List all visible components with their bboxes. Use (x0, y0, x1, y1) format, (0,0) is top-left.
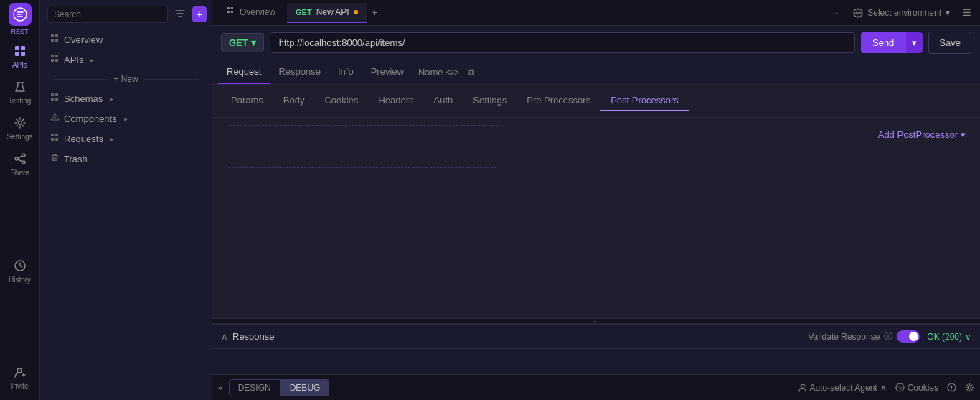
menu-button[interactable]: ☰ (960, 4, 974, 21)
sidebar-item-settings[interactable]: Settings (3, 112, 37, 145)
ok-label: OK (200) (927, 332, 962, 342)
add-button[interactable]: + (192, 6, 207, 22)
sidebar-item-invite-label: Invite (11, 382, 29, 390)
svg-point-10 (17, 368, 22, 373)
tabs-bar: Overview GET New API + ··· Select enviro… (212, 0, 980, 26)
bottom-settings-button[interactable] (965, 383, 974, 392)
auto-agent-control[interactable]: Auto-select Agent ∧ (798, 383, 887, 393)
validate-response-toggle[interactable]: Validate Response ⓘ (808, 330, 920, 343)
param-tab-pre-processors[interactable]: Pre Processors (517, 90, 600, 111)
resize-handle[interactable]: ··· (212, 318, 980, 324)
svg-point-6 (22, 154, 25, 157)
req-tab-response[interactable]: Response (270, 60, 329, 84)
svg-rect-1 (15, 46, 19, 50)
svg-point-5 (18, 121, 22, 125)
param-tab-body[interactable]: Body (273, 90, 315, 111)
new-button-label[interactable]: + New (113, 74, 138, 84)
tab-overview[interactable]: Overview (218, 2, 284, 23)
search-input[interactable] (47, 6, 168, 23)
sidebar-section-trash[interactable]: Trash (40, 149, 212, 169)
param-tab-cookies[interactable]: Cookies (314, 90, 368, 111)
validate-toggle-switch[interactable] (897, 330, 920, 343)
param-tab-post-processors[interactable]: Post Processors (600, 90, 689, 111)
requests-arrow: ▸ (110, 135, 114, 143)
post-processor-area: Add PostProcessor ▾ (212, 118, 980, 318)
sidebar: + Overview APIs ▸ + New (40, 0, 212, 400)
sidebar-item-overview[interactable]: Overview (40, 29, 212, 50)
method-chevron-icon: ▾ (251, 37, 256, 48)
svg-rect-14 (55, 39, 58, 42)
sidebar-item-testing[interactable]: Testing (3, 76, 37, 109)
debug-tab[interactable]: DEBUG (281, 379, 330, 396)
agent-icon (798, 383, 807, 392)
apis-nav-icon (50, 54, 60, 65)
svg-rect-29 (227, 7, 230, 9)
response-collapse-button[interactable]: ∧ (221, 331, 228, 342)
tab-more-button[interactable]: ··· (829, 4, 843, 21)
bottom-settings-icon (965, 383, 974, 392)
design-debug-tabs: DESIGN DEBUG (229, 379, 330, 396)
sidebar-search-bar: + (40, 0, 212, 29)
param-tab-headers[interactable]: Headers (368, 90, 423, 111)
response-title-label: Response (232, 331, 275, 342)
schemas-arrow: ▸ (110, 95, 113, 103)
sidebar-section-requests[interactable]: Requests ▸ (40, 129, 212, 149)
svg-rect-21 (51, 98, 54, 101)
add-post-processor-button[interactable]: Add PostProcessor ▾ (878, 129, 966, 140)
sidebar-item-apis-nav[interactable]: APIs ▸ (40, 50, 212, 70)
schemas-icon (50, 93, 60, 104)
svg-point-24 (54, 117, 56, 119)
method-label: GET (229, 37, 248, 48)
svg-rect-25 (51, 134, 54, 136)
filter-icon[interactable] (172, 7, 188, 22)
copy-icon[interactable]: ⧉ (465, 61, 477, 84)
env-chevron-icon: ▾ (946, 8, 950, 18)
param-tab-params[interactable]: Params (221, 90, 273, 111)
cookies-control[interactable]: Cookies (895, 383, 938, 393)
components-label: Components (64, 113, 117, 124)
history-icon (14, 259, 27, 274)
req-tab-request[interactable]: Request (218, 60, 270, 84)
svg-point-35 (896, 383, 904, 391)
response-area: ∧ Response Validate Response ⓘ OK (200) … (212, 324, 980, 374)
apis-icon (14, 45, 27, 60)
req-tab-preview[interactable]: Preview (362, 60, 413, 84)
sidebar-item-invite[interactable]: Invite (3, 361, 37, 394)
share-icon (14, 152, 27, 167)
response-right-controls: Validate Response ⓘ OK (200) ∨ (808, 330, 971, 343)
params-bar: Params Body Cookies Headers Auth Setting… (212, 85, 980, 118)
save-button[interactable]: Save (928, 32, 971, 54)
send-dropdown-button[interactable]: ▾ (905, 32, 923, 53)
param-tab-auth[interactable]: Auth (424, 90, 463, 111)
nav-back-button[interactable]: « (218, 383, 223, 393)
auto-agent-chevron: ∧ (880, 383, 887, 393)
sidebar-apis-label: APIs (64, 55, 83, 65)
environment-selector[interactable]: Select environment ▾ (846, 5, 957, 21)
send-button[interactable]: Send (861, 32, 905, 53)
response-title: ∧ Response (221, 331, 275, 342)
tab-add-button[interactable]: + (369, 4, 381, 21)
sidebar-section-components[interactable]: Components ▸ (40, 108, 212, 129)
sidebar-item-settings-label: Settings (6, 133, 32, 141)
validate-info-icon: ⓘ (884, 330, 892, 343)
components-icon (50, 113, 60, 124)
new-button-divider2 (144, 79, 199, 80)
help-button[interactable] (947, 383, 956, 392)
tab-new-api[interactable]: GET New API (287, 3, 367, 23)
sidebar-item-apis[interactable]: APIs (3, 40, 37, 73)
svg-point-38 (898, 389, 900, 390)
url-input[interactable] (270, 32, 855, 53)
sidebar-section-schemas[interactable]: Schemas ▸ (40, 88, 212, 108)
sidebar-item-history-label: History (9, 276, 31, 284)
new-button[interactable]: + New (40, 70, 212, 88)
svg-point-34 (801, 385, 804, 389)
app-logo[interactable]: REST (7, 6, 33, 32)
design-tab[interactable]: DESIGN (229, 379, 281, 396)
method-selector[interactable]: GET ▾ (221, 33, 264, 52)
sidebar-item-history[interactable]: History (3, 255, 37, 288)
svg-point-41 (969, 386, 971, 389)
req-tab-info[interactable]: Info (329, 60, 362, 84)
sidebar-item-share[interactable]: Share (3, 148, 37, 181)
requests-icon (50, 133, 60, 144)
param-tab-settings[interactable]: Settings (463, 90, 517, 111)
